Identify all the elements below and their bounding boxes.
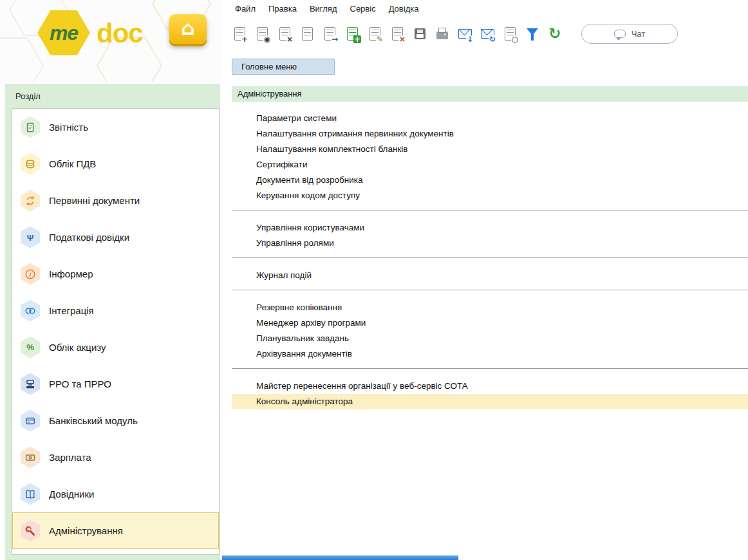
sidebar-section-list: ЗвітністьОблік ПДВПервинні документиΨПод…: [12, 108, 220, 555]
page-title: Адміністрування: [232, 86, 748, 102]
admin-menu-item[interactable]: Сертифікати: [232, 157, 748, 173]
sidebar-item[interactable]: Інтеграція: [12, 292, 219, 329]
admin-menu-item[interactable]: Керування кодом доступу: [232, 188, 748, 203]
print-icon: [436, 32, 448, 39]
trident-icon: Ψ: [21, 227, 40, 248]
excise-icon: %: [21, 337, 40, 359]
copy-document-icon: [302, 27, 313, 41]
sidebar-header: Розділ: [5, 84, 220, 107]
sidebar-item-label: Облік ПДВ: [49, 158, 96, 169]
admin-menu-item[interactable]: Консоль адміністратора: [232, 394, 748, 409]
sidebar-item[interactable]: Звітність: [12, 109, 219, 145]
sidebar-item[interactable]: Банківський модуль: [12, 402, 219, 439]
refresh-button[interactable]: [546, 23, 564, 44]
group-separator: [232, 257, 748, 258]
sidebar-item-label: Зарплата: [49, 452, 91, 463]
print-button[interactable]: [433, 23, 451, 44]
copy-document-button[interactable]: [298, 23, 316, 44]
main-content: Адміністрування Параметри системиНалашту…: [232, 86, 748, 555]
sidebar-item[interactable]: Довідники: [12, 476, 219, 512]
filter-button[interactable]: [523, 23, 541, 44]
remove-report-button[interactable]: ×: [388, 23, 406, 44]
logo-doc-text: doc: [97, 18, 143, 49]
menubar-item[interactable]: Вигляд: [304, 2, 343, 15]
home-button[interactable]: ⌂: [169, 14, 207, 44]
create-report-button[interactable]: +: [343, 23, 361, 44]
bank-card-icon: [21, 410, 40, 432]
sidebar-item[interactable]: iІнформер: [12, 256, 219, 292]
send-document-button[interactable]: →: [321, 23, 339, 44]
refresh-icon: [548, 26, 561, 41]
group-separator: [232, 290, 748, 290]
sidebar-item[interactable]: ΨПодаткові довідки: [12, 219, 219, 256]
sidebar-item-label: Звітність: [49, 122, 88, 133]
tab-label: Головне меню: [241, 62, 297, 71]
sidebar-item-label: Податкові довідки: [49, 232, 129, 243]
search-document-icon-badge: ○: [511, 35, 519, 43]
sidebar-item[interactable]: Зарплата: [12, 439, 219, 476]
home-icon: ⌂: [181, 19, 194, 38]
save-icon: [415, 28, 425, 39]
directories-icon: [21, 483, 40, 505]
tab-strip: Головне меню: [232, 59, 335, 75]
save-button[interactable]: [411, 23, 429, 44]
logo-area: me doc ⌂: [0, 0, 222, 82]
info-icon: i: [21, 263, 40, 285]
receive-mail-button[interactable]: ↓: [456, 23, 474, 44]
svg-text:%: %: [26, 342, 34, 352]
exchange-mail-button[interactable]: ↻: [478, 23, 496, 44]
chat-button[interactable]: Чат: [581, 24, 678, 44]
admin-menu-item[interactable]: Управління користувачами: [232, 220, 748, 236]
remove-report-icon-badge: ×: [398, 35, 406, 43]
medoc-logo: me doc: [37, 10, 179, 64]
sidebar-item[interactable]: Адміністрування: [12, 512, 219, 549]
view-document-button[interactable]: ◉: [253, 23, 271, 44]
menubar-item[interactable]: Довідка: [383, 2, 425, 15]
new-document-icon-badge: +: [241, 35, 248, 43]
vat-coins-icon: [21, 153, 40, 175]
menubar-item[interactable]: Сервіс: [344, 2, 382, 15]
logo-hexagon: me: [37, 10, 90, 55]
sidebar-item[interactable]: РРО та ПРРО: [12, 366, 219, 402]
sidebar-item[interactable]: Облік ПДВ: [12, 145, 219, 182]
edit-report-button[interactable]: ✎: [366, 23, 384, 44]
sidebar-item-label: РРО та ПРРО: [49, 378, 111, 389]
edit-report-icon-badge: ✎: [376, 35, 384, 43]
tab-main-menu[interactable]: Головне меню: [232, 59, 335, 75]
admin-menu-item[interactable]: Журнал подій: [232, 268, 748, 283]
sidebar-item-label: Банківський модуль: [49, 415, 138, 426]
sync-icon: [21, 190, 40, 212]
sidebar-item[interactable]: %Облік акцизу: [12, 329, 219, 366]
medoc-window: me doc ⌂ ФайлПравкаВиглядСервісДовідка +…: [0, 0, 748, 560]
admin-menu-item[interactable]: Архівування документів: [232, 346, 748, 362]
sidebar-item[interactable]: Первинні документи: [12, 182, 219, 219]
report-icon: [21, 117, 40, 138]
logo-me-text: me: [50, 21, 78, 45]
admin-menu-item[interactable]: Налаштування отримання первинних докумен…: [232, 126, 748, 142]
svg-text:Ψ: Ψ: [27, 232, 34, 242]
admin-menu-item[interactable]: Документи від розробника: [232, 173, 748, 188]
salary-icon: [21, 447, 40, 469]
menubar-item[interactable]: Правка: [263, 2, 303, 15]
group-separator: [232, 368, 748, 369]
receive-mail-icon-badge: ↓: [466, 35, 474, 43]
sidebar-item-label: Первинні документи: [49, 195, 140, 206]
admin-icon: [21, 520, 40, 542]
sidebar-item-label: Інформер: [49, 268, 93, 279]
search-document-button[interactable]: ○: [501, 23, 519, 44]
admin-menu-item[interactable]: Менеджер архіву програми: [232, 315, 748, 331]
admin-menu-item[interactable]: Параметри системи: [232, 111, 748, 126]
sidebar: Розділ ЗвітністьОблік ПДВПервинні докуме…: [5, 84, 220, 560]
admin-menu-item[interactable]: Майстер перенесення організації у веб-се…: [232, 378, 748, 394]
sidebar-item-label: Довідники: [49, 489, 94, 499]
admin-menu-item[interactable]: Планувальник завдань: [232, 331, 748, 346]
filter-icon: [527, 28, 538, 35]
delete-document-icon-badge: ×: [286, 35, 294, 43]
menubar-item[interactable]: Файл: [229, 2, 261, 15]
svg-text:i: i: [30, 270, 32, 277]
admin-menu-item[interactable]: Налаштування комплектності бланків: [232, 142, 748, 157]
new-document-button[interactable]: +: [230, 23, 248, 44]
delete-document-button[interactable]: ×: [276, 23, 294, 44]
admin-menu-item[interactable]: Управління ролями: [232, 236, 748, 251]
admin-menu-item[interactable]: Резервне копіювання: [232, 300, 748, 315]
